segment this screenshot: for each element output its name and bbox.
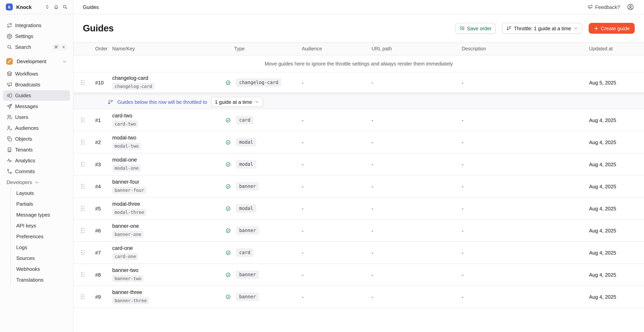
sidebar-section-developers[interactable]: Developers: [3, 177, 70, 187]
drag-handle-icon[interactable]: [80, 160, 94, 168]
feedback-button[interactable]: Feedback?: [587, 4, 620, 10]
sidebar-subitem[interactable]: Preferences: [11, 231, 73, 242]
users-icon: [6, 114, 12, 120]
workspace-switcher[interactable]: k Knock: [0, 0, 74, 14]
sidebar-item-objects[interactable]: Objects: [3, 134, 70, 144]
workspace-name: Knock: [16, 4, 32, 10]
sidebar-item-commits[interactable]: Commits: [3, 166, 70, 177]
sidebar-item-messages[interactable]: Messages: [3, 101, 70, 112]
guide-order: #8: [94, 272, 111, 277]
sidebar-subitem[interactable]: Logs: [11, 242, 73, 253]
drag-handle-icon[interactable]: [80, 293, 94, 301]
guide-name: banner-three: [112, 289, 225, 295]
environment-switcher[interactable]: Development: [3, 56, 70, 67]
table-row[interactable]: #6 banner-one banner-one banner - - - Au…: [74, 220, 644, 242]
sidebar-item-users[interactable]: Users: [3, 112, 70, 122]
guide-name-cell: banner-one banner-one: [111, 223, 225, 238]
sidebar-item-label: Users: [15, 114, 28, 120]
guide-type-badge: changelog-card: [236, 78, 281, 87]
guide-order: #9: [94, 294, 111, 300]
guide-description: -: [457, 183, 587, 189]
guide-key-badge: modal-one: [112, 165, 141, 172]
guide-order: #1: [94, 117, 111, 123]
sidebar-item-workflows[interactable]: Workflows: [3, 69, 70, 79]
search-icon[interactable]: [62, 4, 68, 10]
bell-icon[interactable]: [54, 4, 59, 10]
sidebar-subitem[interactable]: Message types: [11, 210, 73, 220]
sidebar-item-search[interactable]: Search ⌘ K: [3, 42, 70, 52]
table-row[interactable]: #7 card-one card-one card - - - Aug 4, 2…: [74, 242, 644, 264]
check-circle-icon: [226, 228, 231, 233]
guide-audience: -: [296, 80, 366, 85]
developers-label: Developers: [6, 179, 32, 185]
throttle-amount-select[interactable]: 1 guide at a time: [211, 97, 263, 107]
table-row[interactable]: #2 modal-two modal-two modal - - - Aug 4…: [74, 131, 644, 153]
throttle-label: Throttle: 1 guide at a time: [514, 25, 571, 31]
guide-order: #10: [94, 80, 111, 85]
guide-key-badge: banner-four: [112, 187, 146, 194]
sidebar-subitem[interactable]: Translations: [11, 275, 73, 285]
guide-description: -: [457, 228, 587, 233]
guide-key-badge: card-two: [112, 121, 138, 127]
table-row[interactable]: #3 modal-one modal-one modal - - - Aug 4…: [74, 153, 644, 175]
guide-url-path: -: [366, 205, 457, 211]
drag-handle-icon[interactable]: [80, 138, 94, 146]
drag-handle-icon[interactable]: [80, 182, 94, 190]
guide-order: #4: [94, 183, 111, 189]
table-row[interactable]: #1 card-two card-two card - - - Aug 4, 2…: [74, 109, 644, 131]
table-row[interactable]: #8 banner-two banner-two banner - - - Au…: [74, 264, 644, 286]
environment-badge: [6, 58, 13, 65]
feedback-label: Feedback?: [595, 4, 620, 10]
sidebar-item-label: Settings: [15, 33, 33, 39]
table-row[interactable]: #5 modal-three modal-three modal - - - A…: [74, 198, 644, 220]
environment-name: Development: [17, 59, 46, 64]
guide-url-path: -: [366, 117, 457, 123]
drag-handle-icon[interactable]: [80, 249, 94, 257]
drag-handle-icon[interactable]: [80, 205, 94, 212]
gear-icon: [6, 33, 12, 39]
guide-description: -: [457, 272, 587, 277]
drag-handle-icon[interactable]: [80, 271, 94, 279]
megaphone-icon: [587, 4, 593, 10]
drag-handle-icon[interactable]: [80, 116, 94, 124]
create-guide-button[interactable]: Create guide: [588, 23, 635, 34]
guide-key-badge: card-one: [112, 253, 138, 260]
table-row[interactable]: #10 changelog-card changelog-card change…: [74, 73, 644, 93]
guide-description: -: [457, 80, 587, 85]
immediate-rows: #10 changelog-card changelog-card change…: [74, 73, 644, 93]
guide-order: #5: [94, 205, 111, 211]
sidebar-item-audiences[interactable]: Audiences: [3, 123, 70, 133]
sidebar-item-tenants[interactable]: Tenants: [3, 145, 70, 155]
guide-order: #7: [94, 250, 111, 255]
guide-name: changelog-card: [112, 75, 225, 81]
sidebar-item-label: Search: [15, 44, 31, 50]
drag-handle-icon[interactable]: [80, 227, 94, 235]
drag-handle-icon[interactable]: [80, 79, 94, 87]
sidebar-item-broadcasts[interactable]: Broadcasts: [3, 79, 70, 90]
guide-type-badge: banner: [236, 182, 259, 191]
sidebar-subitem[interactable]: Sources: [11, 253, 73, 263]
sidebar-subitem[interactable]: Partials: [11, 199, 73, 209]
sidebar-item-settings[interactable]: Settings: [3, 31, 70, 42]
sidebar-subitem[interactable]: API keys: [11, 220, 73, 231]
sidebar-item-integrations[interactable]: Integrations: [3, 20, 70, 31]
column-header-url-path: URL path: [366, 46, 457, 52]
guide-name: modal-one: [112, 157, 225, 163]
sidebar-subitem[interactable]: Webhooks: [11, 264, 73, 274]
guide-audience: -: [296, 183, 366, 189]
throttle-divider-row: Guides below this row will be throttled …: [74, 95, 644, 109]
guide-name-cell: modal-two modal-two: [111, 135, 225, 150]
sidebar-item-analytics[interactable]: Analytics: [3, 155, 70, 166]
table-row[interactable]: #4 banner-four banner-four banner - - - …: [74, 175, 644, 198]
column-header-description: Description: [457, 46, 587, 52]
save-order-button[interactable]: Save order: [455, 23, 496, 34]
table-row[interactable]: #9 banner-three banner-three banner - - …: [74, 286, 644, 308]
sidebar-item-label: Broadcasts: [15, 82, 40, 88]
throttle-dropdown-button[interactable]: Throttle: 1 guide at a time: [502, 23, 582, 34]
guide-name: banner-one: [112, 223, 225, 229]
caret-sort-icon[interactable]: [44, 4, 50, 10]
user-menu-button[interactable]: [627, 4, 634, 11]
sidebar-item-label: Commits: [15, 169, 35, 174]
sidebar-item-guides[interactable]: Guides: [3, 90, 70, 101]
sidebar-subitem[interactable]: Layouts: [11, 188, 73, 198]
